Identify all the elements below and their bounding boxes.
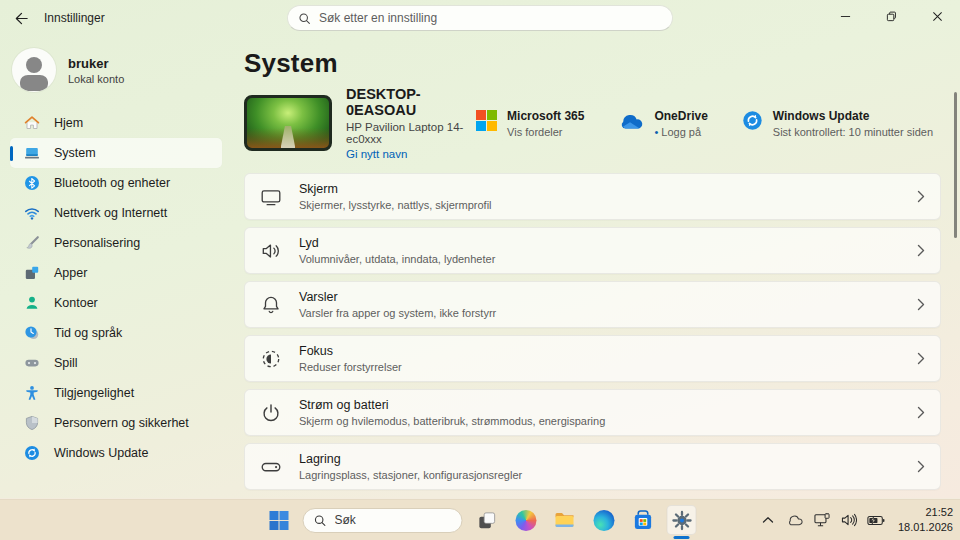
sidebar-item-label: Personalisering [54,236,140,250]
focus-icon [260,348,282,370]
status-title: Microsoft 365 [507,109,584,123]
sidebar-item-label: Nettverk og Internett [54,206,167,220]
sidebar-item-label: Spill [54,356,78,370]
microsoft-store-icon [632,510,653,531]
battery-tray-icon[interactable] [867,510,885,530]
sidebar-item-label: Tilgjengelighet [54,386,134,400]
sidebar-item-tid-og-sprak[interactable]: Tid og språk [10,318,222,348]
windows-logo-icon [268,510,289,531]
close-button[interactable] [914,0,960,32]
card-skjerm[interactable]: Skjerm Skjermer, lysstyrke, nattlys, skj… [244,173,941,220]
card-varsler[interactable]: Varsler Varsler fra apper og system, ikk… [244,281,941,328]
settings-gear-icon [671,510,692,531]
sidebar-item-personalisering[interactable]: Personalisering [10,228,222,258]
card-lyd[interactable]: Lyd Volumnivåer, utdata, inndata, lydenh… [244,227,941,274]
onedrive-icon [618,112,644,130]
edge-button[interactable] [589,505,619,535]
start-button[interactable] [264,505,294,535]
search-icon [314,514,327,527]
taskbar-search-input[interactable] [335,513,435,527]
restore-icon [886,11,897,22]
sidebar-item-label: Personvern og sikkerhet [54,416,189,430]
time-language-icon [24,325,40,341]
device-name: DESKTOP-0EASOAU [346,86,476,118]
back-arrow-icon [14,11,29,26]
gaming-icon [24,355,40,371]
sidebar-item-windows-update[interactable]: Windows Update [10,438,222,468]
taskbar-clock[interactable]: 21:52 18.01.2026 [898,505,953,535]
microsoft-store-button[interactable] [628,505,658,535]
copilot-button[interactable] [511,505,541,535]
display-icon [260,186,282,208]
user-account[interactable]: bruker Lokal konto [12,48,222,92]
task-view-button[interactable] [472,505,502,535]
sound-icon [260,240,282,262]
settings-search-box[interactable] [287,5,673,31]
home-icon [24,115,40,131]
sidebar-item-kontoer[interactable]: Kontoer [10,288,222,318]
volume-tray-icon[interactable] [840,510,858,530]
card-fokus[interactable]: Fokus Reduser forstyrrelser [244,335,941,382]
sidebar-item-apper[interactable]: Apper [10,258,222,288]
restore-button[interactable] [868,0,914,32]
scrollbar-thumb[interactable] [954,92,957,238]
sidebar-item-personvern-og-sikkerhet[interactable]: Personvern og sikkerhet [10,408,222,438]
network-tray-icon[interactable] [813,510,831,530]
status-subtitle: •Logg på [654,126,707,138]
status-microsoft-365[interactable]: Microsoft 365 Vis fordeler [476,108,584,138]
rename-device-link[interactable]: Gi nytt navn [346,148,476,160]
hidden-icons-chevron[interactable] [759,510,777,530]
titlebar: Innstillinger [0,0,960,36]
card-title: Fokus [299,344,402,358]
sidebar-item-nettverk-og-internett[interactable]: Nettverk og Internett [10,198,222,228]
card-strom-og-batteri[interactable]: Strøm og batteri Skjerm og hvilemodus, b… [244,389,941,436]
user-name: bruker [68,56,124,71]
chevron-right-icon [917,190,925,203]
sidebar-item-hjem[interactable]: Hjem [10,108,222,138]
close-icon [932,11,943,22]
sidebar-item-tilgjengelighet[interactable]: Tilgjengelighet [10,378,222,408]
sidebar-item-system[interactable]: System [10,138,222,168]
sidebar-item-label: Kontoer [54,296,98,310]
network-icon [24,205,40,221]
sidebar-item-label: Tid og språk [54,326,122,340]
sidebar-item-label: Apper [54,266,87,280]
taskbar-center [264,499,697,540]
card-subtitle: Skjermer, lysstyrke, nattlys, skjermprof… [299,199,492,211]
avatar [12,48,56,92]
windows-update-icon [742,110,763,131]
accounts-icon [24,295,40,311]
sidebar-item-label: Bluetooth og enheter [54,176,170,190]
taskbar-search-box[interactable] [303,508,463,533]
status-subtitle: Sist kontrollert: 10 minutter siden [773,126,933,138]
card-subtitle: Reduser forstyrrelser [299,361,402,373]
accessibility-icon [24,385,40,401]
sidebar-item-label: Windows Update [54,446,149,460]
chevron-right-icon [917,298,925,311]
copilot-icon [515,510,536,531]
card-lagring[interactable]: Lagring Lagringsplass, stasjoner, konfig… [244,443,941,490]
settings-app-button[interactable] [667,505,697,535]
bluetooth-icon [24,175,40,191]
sidebar-item-label: System [54,146,96,160]
main-content: System DESKTOP-0EASOAU HP Pavilion Lapto… [232,36,960,498]
settings-window: Innstillinger [0,0,960,498]
status-windows-update[interactable]: Windows Update Sist kontrollert: 10 minu… [742,108,933,138]
file-explorer-button[interactable] [550,505,580,535]
edge-icon [593,510,614,531]
sidebar-item-bluetooth-og-enheter[interactable]: Bluetooth og enheter [10,168,222,198]
onedrive-tray-icon[interactable] [786,510,804,530]
chevron-right-icon [917,460,925,473]
sidebar: bruker Lokal konto Hjem [0,36,232,498]
sidebar-item-spill[interactable]: Spill [10,348,222,378]
back-button[interactable] [6,5,36,31]
status-onedrive[interactable]: OneDrive •Logg på [618,108,707,138]
settings-search-input[interactable] [319,11,662,25]
notifications-icon [260,294,282,316]
minimize-button[interactable] [822,0,868,32]
card-title: Strøm og batteri [299,398,605,412]
windows-update-icon [24,445,40,461]
microsoft-365-logo [476,110,497,131]
privacy-icon [24,415,40,431]
sidebar-nav: Hjem System Bluetooth og enheter [10,108,222,468]
